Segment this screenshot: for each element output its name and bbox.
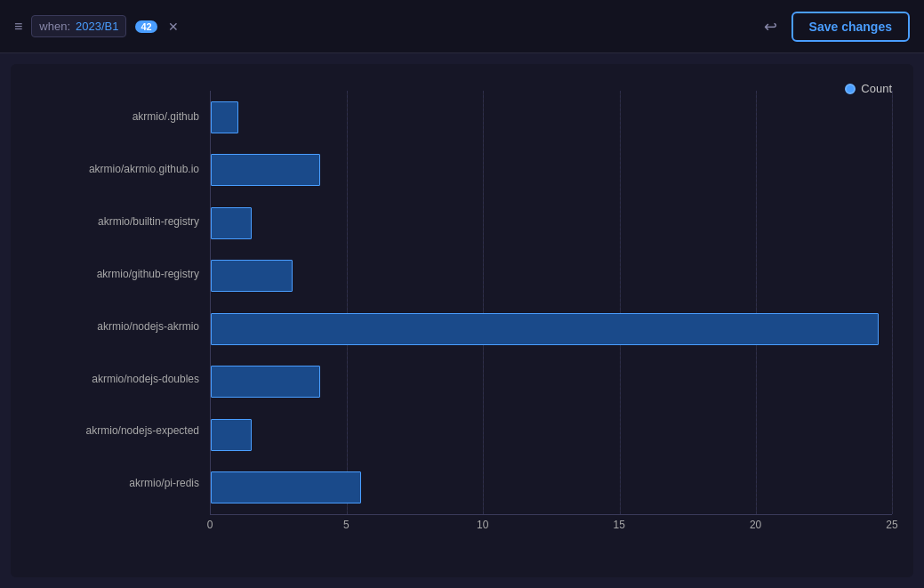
save-button[interactable]: Save changes [791,12,910,42]
y-axis: akrmio/.githubakrmio/akrmio.github.ioakr… [32,91,210,536]
close-filter-button[interactable]: ✕ [166,20,181,34]
top-bar-left: ≡ when:2023/B1 42 ✕ [14,15,181,37]
bar [211,471,361,503]
y-label: akrmio/github-registry [97,268,199,280]
filter-value: 2023/B1 [76,20,118,33]
grid-line [892,91,893,514]
bar-row [211,144,892,197]
grid-and-bars [210,91,892,515]
y-label: akrmio/nodejs-expected [86,424,199,437]
y-label: akrmio/pi-redis [129,477,199,489]
bar-row [211,462,892,515]
bar [211,260,293,292]
filter-badge: 42 [135,20,157,33]
x-label: 0 [207,519,213,531]
y-label: akrmio/nodejs-akrmio [97,320,199,333]
filter-icon: ≡ [14,19,22,35]
y-label: akrmio/akrmio.github.io [89,163,199,175]
y-label: akrmio/builtin-registry [98,215,199,228]
x-label: 10 [477,519,488,531]
bar-row [211,408,892,462]
x-label: 5 [343,519,350,531]
x-label: 20 [750,519,761,531]
bar [211,419,252,451]
x-label: 25 [886,519,897,531]
bar [211,101,238,133]
chart-container: Count akrmio/.githubakrmio/akrmio.github… [11,64,913,577]
filter-label: when: [39,20,70,33]
y-label: akrmio/nodejs-doubles [92,373,199,385]
bar-row [211,197,892,250]
bar [211,366,320,398]
x-label: 15 [614,519,625,531]
bar [211,313,879,345]
bar [211,207,252,239]
bar [211,154,320,186]
bar-row [211,356,892,409]
bars-area: 0510152025 [210,91,892,536]
top-bar: ≡ when:2023/B1 42 ✕ ↩ Save changes [0,0,924,53]
bar-row [211,91,892,144]
back-button[interactable]: ↩ [757,13,784,40]
y-label: akrmio/.github [133,110,199,123]
chart-area: akrmio/.githubakrmio/akrmio.github.ioakr… [32,91,892,536]
x-axis: 0510152025 [210,515,892,536]
bar-row [211,302,892,356]
bar-row [211,250,892,303]
top-bar-right: ↩ Save changes [757,12,910,42]
filter-tag[interactable]: when:2023/B1 [31,15,126,37]
